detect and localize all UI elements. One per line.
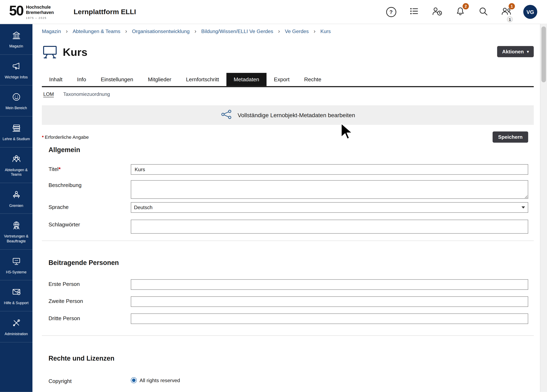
actions-dropdown-button[interactable]: Aktionen ▾ bbox=[497, 46, 534, 57]
app-viewport: 50 Hochschule Bremerhaven 1975 – 2025 Le… bbox=[0, 0, 547, 392]
sidebar-item-label: Lehre & Studium bbox=[3, 137, 30, 142]
sidebar-item-administration[interactable]: Administration bbox=[0, 311, 33, 342]
tab-metadaten[interactable]: Metadaten bbox=[226, 73, 267, 86]
tab-rechte[interactable]: Rechte bbox=[297, 73, 329, 86]
chevron-right-icon: › bbox=[66, 28, 68, 35]
user-activity-button[interactable] bbox=[431, 6, 443, 18]
sidebar-item-vertretungen[interactable]: Vertretungen & Beauftragte bbox=[0, 214, 33, 250]
form-row-erste-person: Erste Person bbox=[48, 279, 528, 290]
tab-info[interactable]: Info bbox=[70, 73, 93, 86]
sidebar-item-label: Hilfe & Support bbox=[4, 301, 28, 305]
list-icon bbox=[410, 7, 419, 17]
sidebar-item-wichtige-infos[interactable]: Wichtige Infos bbox=[0, 54, 33, 86]
edit-full-metadata-banner[interactable]: Vollständige Lernobjekt-Metadaten bearbe… bbox=[42, 105, 534, 125]
megaphone-icon bbox=[12, 61, 21, 72]
subtab-taxonomiezuordnung[interactable]: Taxonomiezuordnung bbox=[63, 91, 110, 97]
avatar: VG bbox=[523, 5, 537, 19]
sidebar-item-abteilungen-teams[interactable]: Abteilungen & Teams bbox=[0, 147, 33, 183]
committee-icon bbox=[12, 190, 21, 201]
breadcrumb-item[interactable]: Bildung/Wissen/ELLI Ve Gerdes bbox=[201, 28, 273, 34]
profile-menu-button[interactable]: VG bbox=[523, 5, 537, 19]
save-button[interactable]: Speichern bbox=[492, 132, 528, 143]
form-row-titel: Titel* bbox=[48, 164, 528, 175]
main-content: Magazin › Abteilungen & Teams › Organisa… bbox=[33, 24, 547, 392]
actions-button-label: Aktionen bbox=[502, 49, 524, 54]
breadcrumb: Magazin › Abteilungen & Teams › Organisa… bbox=[42, 24, 534, 35]
sidebar-item-hs-systeme[interactable]: HS-Systeme bbox=[0, 250, 33, 281]
course-board-icon bbox=[42, 45, 58, 60]
copyright-all-rights-radio[interactable] bbox=[131, 377, 137, 383]
search-button[interactable] bbox=[477, 6, 489, 18]
sprache-label: Sprache bbox=[48, 202, 131, 213]
app-title: Lernplattform ELLI bbox=[74, 8, 136, 16]
sprache-select[interactable]: Deutsch bbox=[131, 202, 528, 213]
erste-person-input[interactable] bbox=[131, 279, 528, 290]
section-heading-allgemein: Allgemein bbox=[48, 146, 528, 154]
books-icon bbox=[12, 123, 21, 134]
sidebar-item-label: Abteilungen & Teams bbox=[1, 168, 31, 177]
contacts-button[interactable]: 1 1 bbox=[500, 6, 512, 18]
search-icon bbox=[479, 6, 488, 17]
section-heading-beitragende: Beitragende Personen bbox=[48, 259, 528, 267]
breadcrumb-item[interactable]: Abteilungen & Teams bbox=[73, 28, 120, 34]
subtab-lom[interactable]: LOM bbox=[43, 91, 54, 97]
metadata-nodes-icon bbox=[220, 109, 232, 121]
schlagwoerter-input[interactable] bbox=[131, 220, 528, 234]
copyright-radio-row: All rights reserved bbox=[131, 376, 528, 383]
required-asterisk: * bbox=[59, 166, 61, 172]
dritte-person-input[interactable] bbox=[131, 313, 528, 324]
logo-years: 1975 – 2025 bbox=[26, 16, 54, 19]
breadcrumb-item[interactable]: Kurs bbox=[320, 28, 331, 34]
sidebar-item-hilfe-support[interactable]: Hilfe & Support bbox=[0, 281, 33, 311]
breadcrumb-item[interactable]: Magazin bbox=[42, 28, 61, 34]
sidebar-item-lehre-studium[interactable]: Lehre & Studium bbox=[0, 116, 33, 147]
zweite-person-input[interactable] bbox=[131, 296, 528, 307]
main-sidebar: Magazin Wichtige Infos Mein Bereich bbox=[0, 24, 33, 392]
logo-name-line2: Bremerhaven bbox=[26, 10, 54, 15]
breadcrumb-item[interactable]: Organisationsentwicklung bbox=[132, 28, 190, 34]
notifications-button[interactable]: 2 bbox=[454, 6, 466, 18]
form-row-beschreibung: Beschreibung bbox=[48, 180, 528, 200]
zweite-person-label: Zweite Person bbox=[48, 296, 131, 307]
titel-label: Titel* bbox=[48, 164, 131, 175]
sidebar-item-mein-bereich[interactable]: Mein Bereich bbox=[0, 86, 33, 117]
bank-icon bbox=[12, 31, 21, 41]
chevron-right-icon: › bbox=[125, 28, 127, 35]
page-title: Kurs bbox=[63, 46, 88, 59]
required-note-text: Erforderliche Angabe bbox=[45, 135, 89, 140]
beschreibung-textarea[interactable] bbox=[131, 180, 528, 199]
section-divider bbox=[42, 335, 534, 336]
form-row-zweite-person: Zweite Person bbox=[48, 296, 528, 307]
tab-inhalt[interactable]: Inhalt bbox=[42, 73, 70, 86]
copyright-option-label: All rights reserved bbox=[140, 378, 180, 383]
chevron-right-icon: › bbox=[194, 28, 196, 35]
contacts-badge-top: 1 bbox=[509, 3, 515, 9]
sidebar-item-label: Administration bbox=[5, 332, 28, 336]
sidebar-item-label: Gremien bbox=[9, 203, 23, 208]
help-button[interactable]: ? bbox=[385, 6, 397, 18]
vertical-scrollbar[interactable] bbox=[540, 24, 547, 392]
subtab-bar: LOM Taxonomiezuordnung bbox=[43, 91, 534, 97]
sidebar-item-label: Vertretungen & Beauftragte bbox=[1, 234, 31, 244]
dritte-person-label: Dritte Person bbox=[48, 313, 131, 324]
sidebar-item-label: Wichtige Infos bbox=[5, 75, 28, 80]
sidebar-item-gremien[interactable]: Gremien bbox=[0, 183, 33, 214]
sidebar-item-magazin[interactable]: Magazin bbox=[0, 24, 33, 55]
required-note: *Erforderliche Angabe bbox=[42, 135, 89, 140]
todo-list-button[interactable] bbox=[408, 6, 420, 18]
globe-people-icon bbox=[12, 221, 21, 231]
tab-einstellungen[interactable]: Einstellungen bbox=[93, 73, 140, 86]
tab-mitglieder[interactable]: Mitglieder bbox=[140, 73, 179, 86]
sidebar-item-label: Mein Bereich bbox=[6, 106, 27, 110]
university-logo[interactable]: 50 Hochschule Bremerhaven 1975 – 2025 bbox=[9, 3, 54, 20]
tab-bar: Inhalt Info Einstellungen Mitglieder Ler… bbox=[42, 73, 534, 87]
breadcrumb-item[interactable]: Ve Gerdes bbox=[285, 28, 309, 34]
monitor-icon bbox=[12, 257, 21, 267]
titel-input[interactable] bbox=[131, 164, 528, 175]
scrollbar-thumb[interactable] bbox=[541, 27, 546, 82]
form-row-copyright: Copyright All rights reserved bbox=[48, 376, 528, 384]
tab-lernfortschritt[interactable]: Lernfortschritt bbox=[179, 73, 226, 86]
form-row-dritte-person: Dritte Person bbox=[48, 313, 528, 324]
tab-export[interactable]: Export bbox=[267, 73, 297, 86]
erste-person-label: Erste Person bbox=[48, 279, 131, 290]
